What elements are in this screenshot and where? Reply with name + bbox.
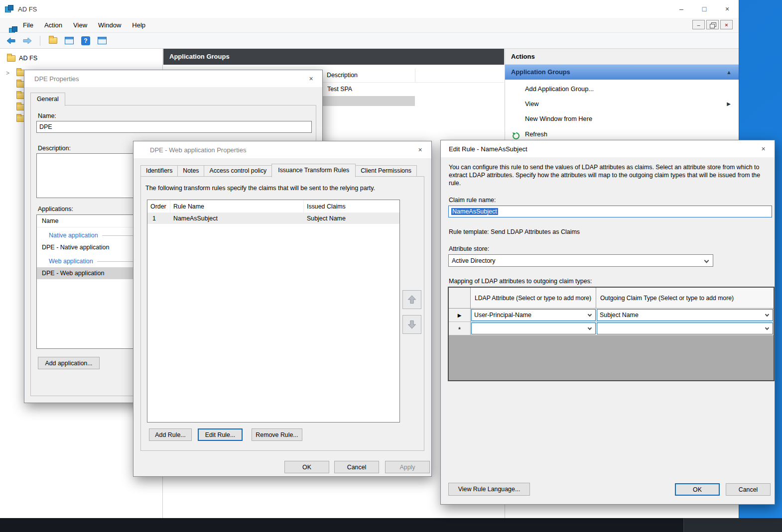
close-icon[interactable]: × [752,140,775,157]
applications-label: Applications: [38,206,73,213]
action-new-window[interactable]: New Window from Here [505,111,739,126]
collapse-chevron-icon[interactable]: ▲ [726,65,732,80]
mmc-restore-button[interactable] [706,20,719,29]
show-hide-action-pane-icon[interactable] [96,35,108,47]
mmc-close-button[interactable]: × [720,20,733,29]
name-label: Name: [38,112,56,119]
tab-client-permissions[interactable]: Client Permissions [355,165,417,177]
forward-icon[interactable] [21,35,33,47]
rule-row-nameassubject[interactable]: 1 NameAsSubject Subject Name [147,213,399,224]
close-icon[interactable]: × [409,141,431,158]
show-hide-console-tree-icon[interactable] [63,35,75,47]
desktop: AD FS – □ × File Action View Window Help… [0,0,782,532]
tab-access-control-policy[interactable]: Access control policy [204,165,272,177]
rule-template-text: Rule template: Send LDAP Attributes as C… [449,228,580,235]
attribute-store-select[interactable]: Active Directory [448,254,713,267]
export-list-icon[interactable] [47,35,59,47]
menu-help[interactable]: Help [127,18,151,32]
claim-rule-name-field[interactable]: NameAsSubject [448,206,772,217]
help-icon[interactable]: ? [80,35,92,47]
column-rule-name[interactable]: Rule Name [170,200,304,213]
add-rule-button[interactable]: Add Rule... [149,428,192,441]
ok-button[interactable]: OK [675,483,720,496]
tree-root-label: AD FS [19,55,37,62]
cancel-button[interactable]: Cancel [726,483,771,496]
ldap-attribute-select-new[interactable] [471,322,596,334]
actions-section-label: Application Groups [511,68,570,76]
tree-item-adfs[interactable]: AD FS [7,55,37,62]
remove-rule-button[interactable]: Remove Rule... [252,428,302,441]
mapping-grid-header: LDAP Attribute (Select or type to add mo… [449,288,774,309]
menu-action[interactable]: Action [39,18,68,32]
submenu-arrow-icon: ▶ [727,97,731,111]
action-view[interactable]: View ▶ [505,97,739,111]
menu-bar: File Action View Window Help – × [0,18,739,33]
taskbar-tray[interactable] [683,518,782,532]
tab-general[interactable]: General [30,93,65,106]
maximize-button[interactable]: □ [693,0,716,18]
menu-window[interactable]: Window [93,18,127,32]
up-arrow-icon [406,294,418,306]
row-selector[interactable]: * [449,322,471,335]
list-row-selected[interactable] [313,96,415,106]
dialog-title: DPE Properties [34,75,79,83]
rule-description: You can configure this rule to send the … [449,163,771,187]
taskbar[interactable] [0,518,782,532]
ldap-attribute-column-header: LDAP Attribute (Select or type to add mo… [471,288,596,308]
adfs-app-icon [5,5,13,13]
outgoing-claim-select[interactable]: Subject Name [597,309,773,321]
tab-notes[interactable]: Notes [177,165,204,177]
add-application-button[interactable]: Add application... [38,357,100,369]
chevron-down-icon [704,258,709,263]
row-selector[interactable]: ▶ [449,309,471,321]
move-rule-up-button[interactable] [402,290,421,309]
tab-identifiers[interactable]: Identifiers [140,165,178,177]
window-title: AD FS [18,5,37,13]
menu-view[interactable]: View [68,18,93,32]
actions-pane-title: Actions [505,49,739,65]
menu-file[interactable]: File [17,18,39,32]
refresh-icon [512,130,520,138]
column-issued-claims[interactable]: Issued Claims [304,200,399,213]
dialog-title: Edit Rule - NameAsSubject [449,145,527,153]
ldap-attribute-select[interactable]: User-Principal-Name [471,309,596,321]
tab-issuance-transform-rules[interactable]: Issuance Transform Rules [271,164,356,177]
grid-empty-area [449,335,774,380]
view-rule-language-button[interactable]: View Rule Language... [448,483,530,496]
close-button[interactable]: × [716,0,739,18]
chevron-down-icon [765,313,769,317]
mmc-minimize-button[interactable]: – [692,20,705,29]
back-icon[interactable] [5,35,17,47]
row-selector-header [449,288,471,308]
mapping-label: Mapping of LDAP attributes to outgoing c… [449,278,592,285]
cancel-button[interactable]: Cancel [334,461,379,473]
close-icon[interactable]: × [300,70,322,87]
minimize-button[interactable]: – [670,0,693,18]
ok-button[interactable]: OK [284,461,329,473]
current-row-marker-icon: ▶ [458,313,462,318]
column-divider [415,69,415,83]
column-header-description[interactable]: Description [327,72,358,79]
column-order[interactable]: Order [147,200,170,213]
actions-section-application-groups[interactable]: Application Groups ▲ [505,65,739,80]
rules-description: The following transform rules specify th… [145,185,417,192]
move-rule-down-button[interactable] [402,315,421,334]
outgoing-claim-select-new[interactable] [597,322,773,334]
rules-list-header: Order Rule Name Issued Claims [147,200,399,213]
mapping-row-new: * [449,322,774,335]
expand-chevron-icon[interactable]: > [6,70,9,77]
edit-rule-button[interactable]: Edit Rule... [198,428,243,441]
toolbar: ? [0,33,739,49]
action-add-application-group[interactable]: Add Application Group... [505,82,739,97]
claim-rule-name-label: Claim rule name: [449,197,496,204]
new-row-marker-icon: * [458,325,461,333]
dialog-title-bar: DPE - Web application Properties [133,141,431,158]
results-pane-header: Application Groups [163,49,504,65]
chevron-down-icon [588,326,592,330]
dialog-title: DPE - Web application Properties [150,146,246,154]
transform-rules-list[interactable]: Order Rule Name Issued Claims 1 NameAsSu… [147,200,400,423]
mapping-row-1: ▶ User-Principal-Name Subject Name [449,309,774,322]
apply-button: Apply [385,461,430,473]
list-row-test-spa[interactable]: Test SPA [327,86,352,93]
name-field[interactable] [36,121,312,133]
